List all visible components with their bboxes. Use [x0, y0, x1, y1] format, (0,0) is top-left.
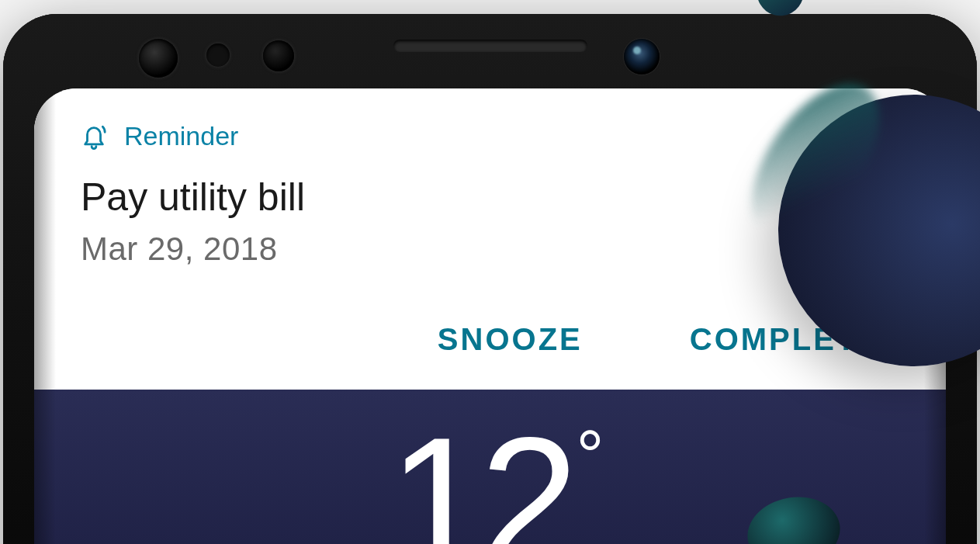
notification-app-name: Reminder: [124, 121, 238, 151]
front-camera: [624, 39, 660, 74]
lockscreen-temperature: 12°: [389, 397, 592, 544]
reminder-bell-icon: [81, 122, 107, 151]
temperature-value: 12: [389, 400, 572, 544]
snooze-button[interactable]: SNOOZE: [435, 317, 586, 362]
notification-actions: SNOOZE COMPLETE: [81, 317, 899, 362]
speaker-grille: [393, 40, 587, 52]
degree-symbol: °: [576, 417, 596, 494]
iris-sensor: [139, 39, 178, 78]
proximity-sensor: [206, 43, 230, 67]
light-sensor: [263, 40, 294, 71]
